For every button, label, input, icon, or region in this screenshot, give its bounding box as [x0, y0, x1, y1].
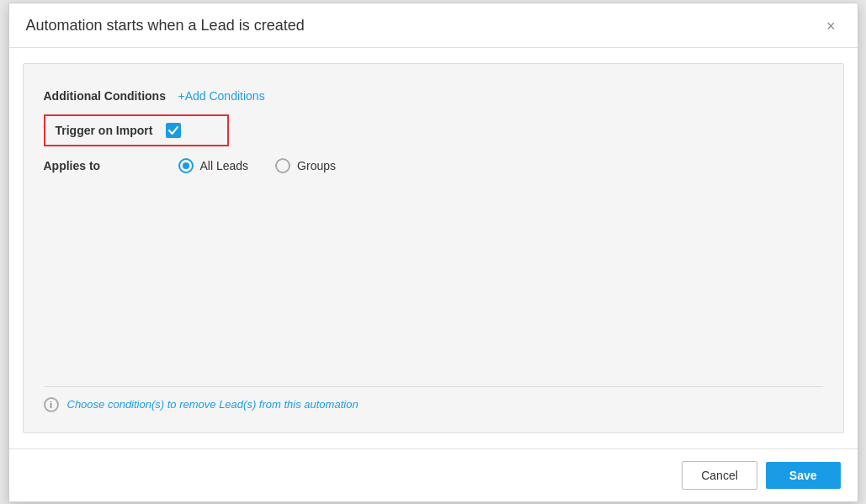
footer-info-text[interactable]: Choose condition(s) to remove Lead(s) fr…	[67, 398, 359, 411]
dialog-footer: Cancel Save	[9, 448, 858, 501]
content-panel: Additional Conditions +Add Conditions Tr…	[23, 63, 844, 433]
dialog-header: Automation starts when a Lead is created…	[9, 3, 858, 48]
checkmark-icon	[168, 125, 178, 135]
add-conditions-link[interactable]: +Add Conditions	[178, 89, 265, 103]
radio-circle-all-leads	[178, 158, 194, 173]
content-spacer	[44, 182, 823, 369]
close-button[interactable]: ×	[821, 17, 841, 35]
radio-circle-groups	[275, 158, 290, 173]
applies-to-row: Applies to All Leads Groups	[44, 150, 823, 182]
footer-info-row: i Choose condition(s) to remove Lead(s) …	[44, 387, 823, 416]
trigger-on-import-row: Trigger on Import	[44, 114, 229, 146]
radio-label-groups: Groups	[297, 159, 336, 172]
info-icon: i	[44, 397, 59, 412]
trigger-on-import-checkbox[interactable]	[166, 123, 181, 138]
save-button[interactable]: Save	[766, 462, 841, 489]
radio-label-all-leads: All Leads	[200, 159, 249, 172]
dialog: Automation starts when a Lead is created…	[8, 3, 858, 502]
radio-option-all-leads[interactable]: All Leads	[178, 158, 249, 173]
radio-group: All Leads Groups	[178, 158, 337, 173]
radio-option-groups[interactable]: Groups	[275, 158, 336, 173]
dialog-body: Additional Conditions +Add Conditions Tr…	[9, 48, 858, 448]
additional-conditions-label: Additional Conditions	[44, 89, 178, 103]
applies-to-label: Applies to	[44, 159, 178, 172]
trigger-on-import-label: Trigger on Import	[56, 124, 153, 137]
dialog-title: Automation starts when a Lead is created	[26, 17, 305, 34]
cancel-button[interactable]: Cancel	[682, 461, 757, 490]
additional-conditions-row: Additional Conditions +Add Conditions	[44, 81, 823, 111]
